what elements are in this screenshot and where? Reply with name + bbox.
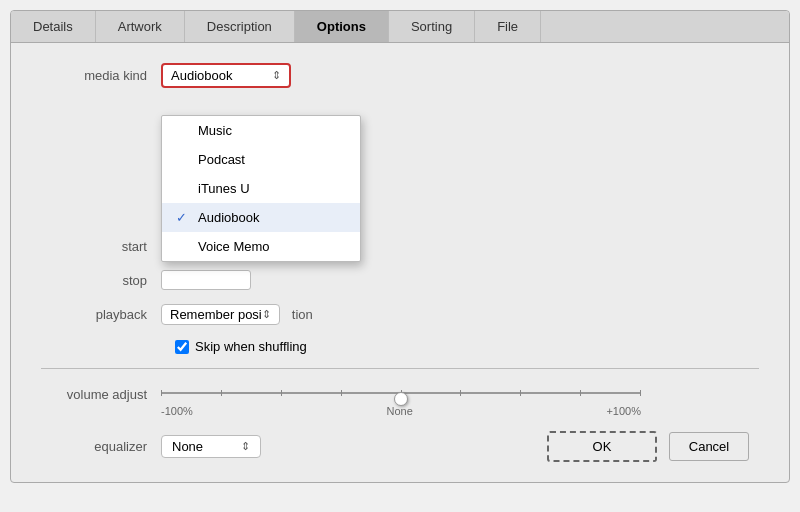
divider xyxy=(41,368,759,369)
chevron-playback-icon: ⇕ xyxy=(262,308,271,321)
slider-min-label: -100% xyxy=(161,405,193,417)
ok-button[interactable]: OK xyxy=(547,431,657,462)
chevron-eq-icon: ⇕ xyxy=(241,440,250,453)
slider-mid-label: None xyxy=(386,405,412,417)
stop-input[interactable] xyxy=(161,270,251,290)
dropdown-item-music[interactable]: Music xyxy=(162,116,360,145)
tab-description[interactable]: Description xyxy=(185,11,295,42)
playback-value: Remember posi xyxy=(170,307,262,322)
skip-row: Skip when shuffling xyxy=(175,339,759,354)
stop-label: stop xyxy=(41,273,161,288)
volume-adjust-row: volume adjust xyxy=(41,383,759,417)
skip-checkbox-row: Skip when shuffling xyxy=(175,339,307,354)
tab-options[interactable]: Options xyxy=(295,11,389,42)
playback-row: playback Remember posi ⇕ tion xyxy=(41,304,759,325)
volume-slider-thumb[interactable] xyxy=(394,392,408,406)
equalizer-select[interactable]: None ⇕ xyxy=(161,435,261,458)
equalizer-value: None xyxy=(172,439,203,454)
playback-select[interactable]: Remember posi ⇕ xyxy=(161,304,280,325)
dropdown-item-itunes-u[interactable]: iTunes U xyxy=(162,174,360,203)
tab-file[interactable]: File xyxy=(475,11,541,42)
dropdown-item-audiobook[interactable]: Audiobook xyxy=(162,203,360,232)
playback-label: playback xyxy=(41,307,161,322)
slider-labels: -100% None +100% xyxy=(161,405,641,417)
tick-3 xyxy=(341,390,342,396)
tick-2 xyxy=(281,390,282,396)
start-row: start xyxy=(41,236,759,256)
tab-artwork[interactable]: Artwork xyxy=(96,11,185,42)
dropdown-item-voice-memo[interactable]: Voice Memo xyxy=(162,232,360,261)
media-kind-row: media kind Audiobook ⇕ xyxy=(41,63,759,88)
tab-sorting[interactable]: Sorting xyxy=(389,11,475,42)
skip-checkbox[interactable] xyxy=(175,340,189,354)
dialog-container: Details Artwork Description Options Sort… xyxy=(10,10,790,483)
equalizer-label: equalizer xyxy=(41,439,161,454)
slider-line xyxy=(161,392,641,394)
playback-controls: Remember posi ⇕ tion xyxy=(161,304,313,325)
skip-label: Skip when shuffling xyxy=(195,339,307,354)
tab-bar: Details Artwork Description Options Sort… xyxy=(11,11,789,43)
tab-details[interactable]: Details xyxy=(11,11,96,42)
slider-max-label: +100% xyxy=(606,405,641,417)
media-kind-dropdown: Music Podcast iTunes U Audiobook Voice M… xyxy=(161,115,361,262)
dropdown-item-podcast[interactable]: Podcast xyxy=(162,145,360,174)
cancel-button[interactable]: Cancel xyxy=(669,432,749,461)
start-label: start xyxy=(41,239,161,254)
volume-slider-track xyxy=(161,383,641,403)
volume-adjust-label: volume adjust xyxy=(41,387,161,402)
media-kind-value: Audiobook xyxy=(171,68,232,83)
media-kind-label: media kind xyxy=(41,68,161,83)
chevron-updown-icon: ⇕ xyxy=(272,69,281,82)
content-area: media kind Audiobook ⇕ Music Podcast iTu… xyxy=(11,43,789,482)
media-kind-select[interactable]: Audiobook ⇕ xyxy=(161,63,291,88)
tick-8 xyxy=(640,390,641,396)
tick-6 xyxy=(520,390,521,396)
tick-0 xyxy=(161,390,162,396)
stop-row: stop xyxy=(41,270,759,290)
tick-5 xyxy=(460,390,461,396)
button-row: OK Cancel xyxy=(547,431,759,462)
equalizer-row: equalizer None ⇕ xyxy=(41,435,261,458)
slider-container: -100% None +100% xyxy=(161,383,641,417)
tick-1 xyxy=(221,390,222,396)
playback-partial-text: tion xyxy=(292,307,313,322)
tick-7 xyxy=(580,390,581,396)
